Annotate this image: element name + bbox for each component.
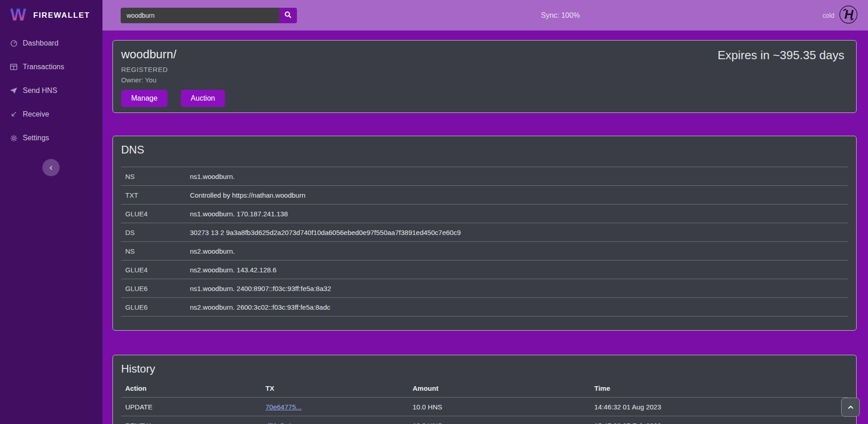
dns-card: DNS NS ns1.woodburn. TXT Controlled by h… [112,136,857,331]
history-card: History Action TX Amount Time UPDATE 70e… [112,355,857,424]
dns-record-value: ns2.woodburn. 143.42.128.6 [190,266,276,274]
domain-expiry: Expires in ~395.35 days [718,48,844,62]
dns-record-type: TXT [121,191,190,199]
dns-title: DNS [121,143,848,156]
chevron-up-icon [848,404,854,411]
handshake-logo-icon: H [839,5,858,26]
sidebar-item-label: Receive [23,110,49,118]
history-col-amount: Amount [413,384,594,392]
paper-plane-icon [10,87,18,94]
dns-record-value: ns1.woodburn. 170.187.241.138 [190,210,288,218]
dns-record-value: Controlled by https://nathan.woodburn [190,191,306,199]
history-time: 14:46:32 01 Aug 2023 [594,403,848,411]
history-header-row: Action TX Amount Time [121,379,848,397]
dns-record-row: GLUE4 ns1.woodburn. 170.187.241.138 [121,204,848,223]
history-col-time: Time [594,384,848,392]
dns-record-type: NS [121,173,190,180]
arrow-down-left-icon [10,111,18,118]
sidebar-item-label: Transactions [23,63,64,71]
magnifier-icon [284,11,292,20]
domain-status: REGISTERED [121,66,848,73]
dns-record-row: GLUE6 ns2.woodburn. 2600:3c02::f03c:93ff… [121,297,848,316]
dns-record-type: NS [121,247,190,255]
history-title: History [121,363,848,375]
dns-record-value: ns1.woodburn. 2400:8907::f03c:93ff:fe5a:… [190,285,331,292]
speedometer-icon [10,40,18,47]
wallet-name: cold [822,12,834,19]
dns-record-type: GLUE4 [121,266,190,274]
history-col-action: Action [121,384,266,392]
sidebar: W FIREWALLET Dashboard [0,0,102,424]
topbar: Sync: 100% cold H [102,0,868,31]
search-input[interactable] [121,8,279,23]
dns-record-value: ns2.woodburn. 2600:3c02::f03c:93ff:fe5a:… [190,303,330,311]
domain-actions: Manage Auction [121,90,848,107]
sidebar-item-send-hns[interactable]: Send HNS [0,79,102,102]
firewallet-logo-icon: W [9,5,27,26]
dns-record-type: GLUE4 [121,210,190,218]
dns-record-row: DS 30273 13 2 9a3a8fb3d625d2a2073d740f10… [121,223,848,241]
dns-table: NS ns1.woodburn. TXT Controlled by https… [121,167,848,317]
chevron-left-icon: ‹ [49,162,53,173]
dns-record-row: NS ns2.woodburn. [121,241,848,260]
table-icon [10,63,18,71]
history-table: Action TX Amount Time UPDATE 70e64775...… [121,379,848,424]
wallet-indicator[interactable]: cold H [822,5,858,26]
history-action: UPDATE [121,403,266,411]
svg-text:W: W [10,5,26,24]
scroll-to-top-button[interactable] [841,398,860,417]
main-content: woodburn/ REGISTERED Owner: You Manage A… [102,31,868,424]
content-area: Sync: 100% cold H woodburn/ REGISTERED [102,0,868,424]
tx-link[interactable]: d73c5e1... [266,422,297,424]
dns-record-type: GLUE6 [121,285,190,292]
dns-record-value: 30273 13 2 9a3a8fb3d625d2a2073d740f10da6… [190,229,461,236]
dns-record-type: DS [121,229,190,236]
dns-record-row: GLUE6 ns1.woodburn. 2400:8907::f03c:93ff… [121,279,848,297]
history-amount: 10.0 HNS [413,422,594,424]
history-row: RENEW d73c5e1... 10.0 HNS 15:47:06 07 Fe… [121,416,848,424]
history-col-tx: TX [266,384,413,392]
sidebar-collapse-button[interactable]: ‹ [42,159,60,176]
domain-owner: Owner: You [121,76,848,84]
search-bar [121,8,297,23]
sidebar-item-dashboard[interactable]: Dashboard [0,31,102,55]
dns-record-row: NS ns1.woodburn. [121,167,848,185]
sidebar-item-label: Send HNS [23,87,57,95]
dns-record-value: ns1.woodburn. [190,173,235,180]
dns-record-value: ns2.woodburn. [190,247,235,255]
brand-name: FIREWALLET [33,11,90,20]
history-amount: 10.0 HNS [413,403,594,411]
app-window: W FIREWALLET Dashboard [0,0,868,424]
history-time: 15:47:06 07 Feb 2023 [594,422,848,424]
search-button[interactable] [279,8,297,23]
sidebar-item-label: Dashboard [23,39,58,47]
tx-link[interactable]: 70e64775... [266,403,301,411]
sidebar-item-label: Settings [23,134,49,142]
history-row: UPDATE 70e64775... 10.0 HNS 14:46:32 01 … [121,397,848,416]
dns-record-row: GLUE4 ns2.woodburn. 143.42.128.6 [121,260,848,279]
auction-button[interactable]: Auction [181,90,225,107]
domain-card: woodburn/ REGISTERED Owner: You Manage A… [112,40,857,113]
sidebar-item-transactions[interactable]: Transactions [0,55,102,79]
brand[interactable]: W FIREWALLET [0,0,102,31]
sidebar-nav: Dashboard Transactions S [0,31,102,150]
dns-record-type: GLUE6 [121,303,190,311]
history-action: RENEW [121,422,266,424]
dns-record-row: TXT Controlled by https://nathan.woodbur… [121,185,848,204]
sidebar-item-settings[interactable]: Settings [0,126,102,150]
gear-icon [10,134,18,142]
sync-status: Sync: 100% [541,11,580,20]
manage-button[interactable]: Manage [121,90,168,107]
sidebar-item-receive[interactable]: Receive [0,102,102,126]
